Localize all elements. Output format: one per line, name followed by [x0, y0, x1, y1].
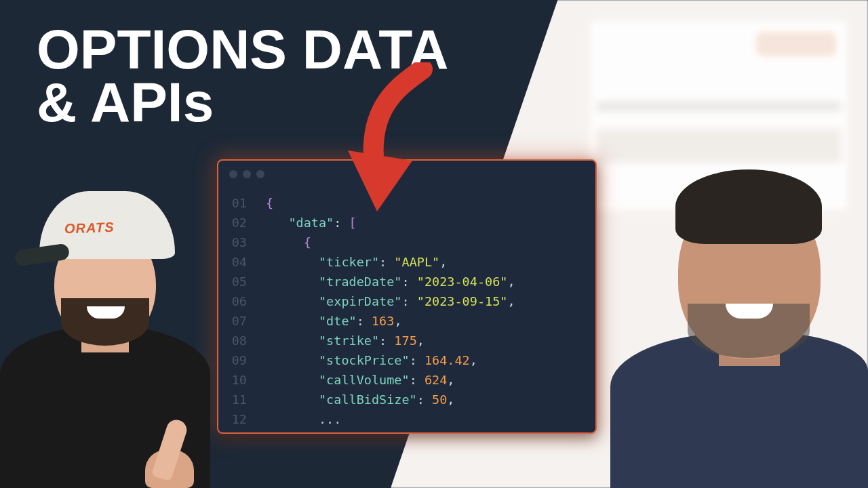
- code-line: "callVolume": 624,: [266, 370, 595, 390]
- traffic-light-icon: [243, 170, 251, 178]
- code-line: ...: [266, 409, 595, 429]
- code-body: 01 02 03 04 05 06 07 08 09 10 11 12 { "d…: [218, 193, 595, 432]
- presenter-right: [610, 169, 868, 488]
- thumbnail-title: OPTIONS DATA & APIs: [37, 23, 448, 129]
- code-line: "stockPrice": 164.42,: [266, 350, 595, 370]
- code-line: "expirDate": "2023-09-15",: [266, 291, 595, 311]
- code-editor-window: 01 02 03 04 05 06 07 08 09 10 11 12 { "d…: [217, 159, 597, 434]
- presenter-left: ORATS: [0, 203, 224, 488]
- code-line: "data": [: [266, 213, 595, 232]
- title-line-2: & APIs: [37, 76, 448, 129]
- code-line: "dte": 163,: [266, 311, 595, 331]
- code-content: { "data": [ { "ticker": "AAPL", "tradeDa…: [256, 193, 595, 432]
- traffic-light-icon: [229, 170, 237, 178]
- cap-logo-text: ORATS: [64, 220, 115, 237]
- window-traffic-lights: [229, 170, 264, 178]
- code-line: {: [266, 232, 595, 252]
- line-number-gutter: 01 02 03 04 05 06 07 08 09 10 11 12: [218, 193, 256, 432]
- code-line: "callBidSize": 50,: [266, 390, 595, 409]
- traffic-light-icon: [256, 170, 264, 178]
- code-line: "ticker": "AAPL",: [266, 252, 595, 272]
- code-line: "tradeDate": "2023-04-06",: [266, 272, 595, 291]
- title-line-1: OPTIONS DATA: [37, 23, 448, 76]
- code-line: "strike": 175,: [266, 331, 595, 350]
- code-line: {: [266, 193, 595, 213]
